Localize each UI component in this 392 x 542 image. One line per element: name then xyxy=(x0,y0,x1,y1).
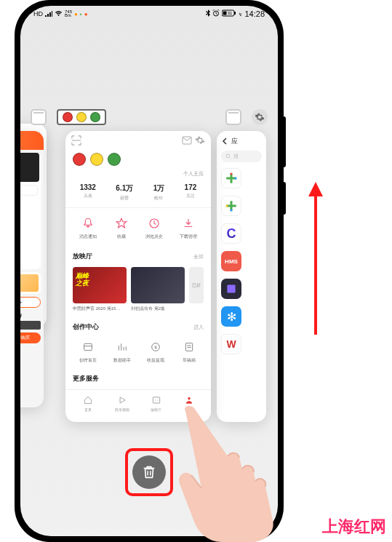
center-topbar xyxy=(65,131,211,150)
bell-icon xyxy=(80,215,96,231)
creator-item[interactable]: ¥收益提现 xyxy=(147,339,164,364)
section-more[interactable]: 进入 xyxy=(193,324,204,331)
app-icon[interactable]: W xyxy=(221,334,241,354)
svg-rect-7 xyxy=(84,343,92,350)
app-icon-settings[interactable] xyxy=(252,109,268,125)
signal-icon xyxy=(45,10,52,18)
svg-text:¥: ¥ xyxy=(154,345,157,350)
search-box[interactable]: 搜 xyxy=(221,151,262,162)
svg-point-14 xyxy=(188,397,191,400)
recent-card-center[interactable]: 个人主页 1332头条 6.1万获赞 1万粉丝 172关注 消息通知 收藏 浏览… xyxy=(65,131,211,422)
tab-video[interactable]: 西瓜视频 xyxy=(115,394,129,412)
svg-rect-11 xyxy=(153,397,159,403)
video-caption: 中国好声音 2020 第15… xyxy=(73,306,127,312)
alarm-icon xyxy=(212,9,220,18)
right-title: 应 xyxy=(231,137,238,146)
app-icon[interactable]: ✻ xyxy=(221,306,241,327)
status-left: HD 745 B/s ● ▪ ● xyxy=(33,10,88,18)
recent-card-shop[interactable]: 帕护 月售100+ 年帕萨特 立即购买 xyxy=(20,131,44,407)
dot-green xyxy=(108,153,121,166)
money-icon: ¥ xyxy=(148,339,164,355)
tab-theater[interactable]: 放映厅 xyxy=(151,394,162,412)
shop-thumb xyxy=(20,321,41,330)
section-creator-header: 创作中心 进入 xyxy=(65,318,211,335)
tab-home[interactable]: 首页 xyxy=(82,394,94,412)
wifi-icon xyxy=(55,10,63,18)
dot-green xyxy=(90,112,100,122)
svg-rect-20 xyxy=(227,284,235,292)
app-icon-browser[interactable] xyxy=(31,109,47,125)
notif-dot-3: ● xyxy=(84,11,88,17)
video-thumb[interactable] xyxy=(131,267,185,303)
svg-point-16 xyxy=(231,173,233,175)
video-thumb[interactable] xyxy=(73,267,127,303)
app-icon[interactable] xyxy=(221,168,241,188)
section-more[interactable]: 全部 xyxy=(193,253,204,260)
app-list: C HMS ✻ W xyxy=(221,168,262,354)
hd-icon: HD xyxy=(33,10,43,17)
chart-icon xyxy=(114,339,130,355)
card-header-icons xyxy=(20,109,278,125)
clock-icon xyxy=(146,215,162,231)
svg-point-17 xyxy=(235,178,237,180)
clock-label: 14:28 xyxy=(244,9,265,18)
section-title: 创作中心 xyxy=(73,322,99,332)
shop-category: 帕护 xyxy=(20,185,38,196)
gear-icon xyxy=(255,112,265,122)
section-more-services: 更多服务 xyxy=(65,368,211,389)
video-side[interactable]: 已折 xyxy=(189,267,204,303)
shop-extra: 月售100+ xyxy=(20,297,41,308)
svg-rect-2 xyxy=(234,12,236,15)
svg-point-18 xyxy=(226,205,228,207)
quick-item[interactable]: 浏览历史 xyxy=(145,215,163,240)
shop-body: 帕护 xyxy=(20,153,41,269)
svg-point-15 xyxy=(226,154,230,158)
stat-item[interactable]: 172关注 xyxy=(185,183,197,202)
svg-text:31: 31 xyxy=(228,11,233,15)
stat-item[interactable]: 1332头条 xyxy=(80,183,96,202)
creator-row: 创作首页 数据助手 ¥收益提现 草稿箱 xyxy=(65,335,211,368)
stat-item[interactable]: 6.1万获赞 xyxy=(116,183,133,202)
status-right: 31 ↯ 14:28 xyxy=(206,9,265,18)
shop-buy-button[interactable]: 立即购买 xyxy=(20,332,41,343)
quick-item[interactable]: 收藏 xyxy=(113,215,129,240)
shop-promo xyxy=(20,274,39,292)
trash-icon xyxy=(141,464,157,480)
app-icon-browser-2[interactable] xyxy=(225,109,241,125)
battery-icon: 31 xyxy=(222,9,236,18)
dot-yellow xyxy=(76,112,87,122)
creator-item[interactable]: 数据助手 xyxy=(113,339,131,364)
quick-row: 消息通知 收藏 浏览历史 下载管理 xyxy=(65,208,211,247)
pointing-hand-icon xyxy=(164,404,295,542)
quick-item[interactable]: 消息通知 xyxy=(79,215,97,240)
creator-item[interactable]: 草稿箱 xyxy=(181,339,197,364)
home-icon xyxy=(80,339,96,355)
home-icon xyxy=(82,394,94,406)
shop-header xyxy=(20,131,44,150)
svg-point-19 xyxy=(231,210,233,212)
app-icon[interactable]: C xyxy=(221,223,241,244)
app-icon-center[interactable] xyxy=(57,109,106,125)
svg-rect-3 xyxy=(223,12,227,15)
swipe-up-arrow xyxy=(307,182,324,335)
download-icon xyxy=(180,215,196,231)
gear-icon[interactable] xyxy=(195,135,205,146)
stats-row: 1332头条 6.1万获赞 1万粉丝 172关注 xyxy=(65,180,211,208)
clear-all-button[interactable] xyxy=(132,455,166,489)
video-row: 中国好声音 2020 第15… 刘伯温传奇 第2集 已折 xyxy=(65,264,211,318)
app-icon[interactable] xyxy=(221,279,241,299)
draft-icon xyxy=(181,339,197,355)
recent-card-right[interactable]: 应 搜 C HMS ✻ W xyxy=(217,131,266,422)
creator-item[interactable]: 创作首页 xyxy=(79,339,97,364)
scan-icon[interactable] xyxy=(71,135,81,146)
home-link[interactable]: 个人主页 xyxy=(65,170,211,180)
app-icon[interactable] xyxy=(221,196,241,216)
app-icon[interactable]: HMS xyxy=(221,251,241,271)
film-icon xyxy=(151,394,162,406)
section-title: 放映厅 xyxy=(73,252,92,261)
back-icon[interactable] xyxy=(221,138,228,146)
svg-point-12 xyxy=(154,399,155,400)
mail-icon[interactable] xyxy=(182,135,192,146)
stat-item[interactable]: 1万粉丝 xyxy=(153,183,165,202)
quick-item[interactable]: 下载管理 xyxy=(180,215,197,240)
